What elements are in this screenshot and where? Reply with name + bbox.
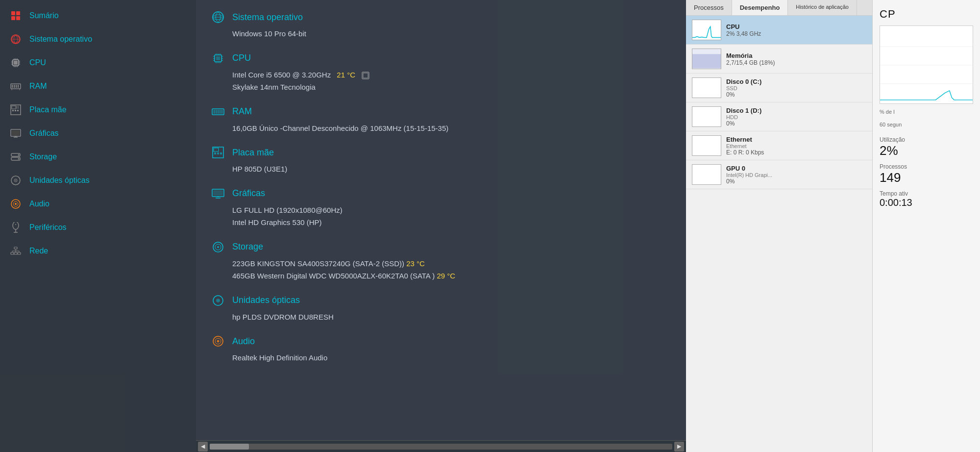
scrollbar-thumb[interactable] [210,444,249,450]
svg-rect-27 [12,106,16,109]
ram-detail-0: 16,0GB Único -Channel Desconhecido @ 106… [232,122,671,135]
ethernet-resource-name: Ethernet [726,136,866,143]
storage-temp-0: 23 °C [406,259,425,268]
svg-rect-103 [692,54,721,68]
svg-point-47 [13,222,19,229]
sidebar-item-perifericos[interactable]: Periféricos [0,216,196,239]
processos-label: Processos [880,163,973,170]
scroll-right-arrow[interactable]: ▶ [674,442,684,452]
section-title-sistema: Sistema operativo [232,12,303,23]
section-details-sistema: Windows 10 Pro 64-bit [232,27,671,40]
audio-detail-0: Realtek High Definition Audio [232,352,671,364]
sidebar-label-unidades: Unidades ópticas [29,176,90,185]
section-details-audio: Realtek High Definition Audio [232,352,671,364]
svg-rect-85 [214,148,219,151]
scrollbar-area: ◀ ▶ [196,440,686,452]
svg-rect-53 [14,252,17,254]
resource-item-gpu0[interactable]: GPU 0 Intel(R) HD Grapi... 0% [686,160,872,189]
sidebar-item-cpu[interactable]: CPU [0,51,196,75]
tab-historico[interactable]: Histórico de aplicação [788,0,857,15]
tab-processos[interactable]: Processos [686,0,732,15]
cpu-temp: 21 °C [337,71,355,79]
svg-rect-0 [11,11,15,15]
cpu-detail-processor: Intel Core i5 6500 @ 3.20GHz [232,71,331,79]
section-icon-placa-mae [211,145,225,160]
svg-point-46 [15,203,17,205]
svg-point-98 [218,300,219,301]
section-icon-graficas [211,186,225,201]
sidebar-item-placa-mae[interactable]: Placa mãe [0,98,196,122]
section-title-audio: Audio [232,336,255,347]
disco1-resource-name: Disco 1 (D:) [726,107,866,114]
storage-temp-1: 29 °C [437,272,455,280]
right-panel: Processos Desempenho Histórico de aplica… [686,0,872,452]
placa-mae-detail-0: HP 805D (U3E1) [232,163,671,176]
section-title-unidades: Unidades ópticas [232,295,300,305]
section-icon-cpu [211,51,225,66]
sidebar-label-cpu: CPU [29,58,46,67]
resource-item-cpu[interactable]: CPU 2% 3,48 GHz [686,16,872,45]
section-placa-mae: Placa mãe HP 805D (U3E1) [211,145,671,176]
section-icon-ram [211,104,225,119]
sidebar-label-storage: Storage [29,152,57,161]
tempo-ativo-value: 0:00:13 [880,197,973,208]
svg-rect-51 [14,247,17,249]
section-title-graficas: Gráficas [232,188,265,199]
resource-item-memoria[interactable]: Memória 2,7/15,4 GB (18%) [686,45,872,74]
svg-rect-34 [12,130,20,135]
placa-mae-icon [9,103,23,117]
section-ram: RAM 16,0GB Único -Channel Desconhecido @… [211,104,671,135]
sidebar-item-sumario[interactable]: Sumário [0,4,196,27]
section-details-cpu: Intel Core i5 6500 @ 3.20GHz 21 °C Skyla… [232,69,671,94]
sidebar-item-storage[interactable]: Storage [0,145,196,169]
section-graficas: Gráficas LG FULL HD (1920x1080@60Hz) Int… [211,186,671,229]
section-storage: Storage 223GB KINGSTON SA400S37240G (SAT… [211,240,671,282]
section-icon-sistema [211,10,225,25]
svg-rect-90 [213,190,223,196]
svg-rect-79 [214,110,215,114]
section-unidades: Unidades ópticas hp PLDS DVDROM DU8RESH [211,293,671,324]
svg-point-43 [15,180,16,181]
sistema-detail-0: Windows 10 Pro 64-bit [232,27,671,40]
cpu-temp-icon [361,71,370,79]
audio-icon [9,197,23,211]
sistema-icon [9,32,23,46]
graficas-detail-1: Intel HD Graphics 530 (HP) [232,216,671,229]
scroll-left-arrow[interactable]: ◀ [198,442,208,452]
cpu-resource-sub: 2% 3,48 GHz [726,30,866,37]
sidebar-item-rede[interactable]: Rede [0,239,196,263]
svg-rect-2 [11,16,15,20]
resource-item-disco1[interactable]: Disco 1 (D:) HDD 0% [686,102,872,131]
section-title-ram: RAM [232,106,252,117]
svg-rect-77 [363,73,368,78]
main-content: Sistema operativo Windows 10 Pro 64-bit … [196,0,686,440]
sidebar-label-sumario: Sumário [29,11,59,20]
section-icon-unidades [211,293,225,308]
svg-rect-87 [217,152,219,154]
scrollbar-track[interactable] [210,444,672,450]
resource-item-ethernet[interactable]: Ethernet Ethernet E: 0 R: 0 Kbps [686,131,872,160]
sidebar-item-unidades[interactable]: Unidades ópticas [0,169,196,192]
resource-list: CPU 2% 3,48 GHz Memória 2,7/15,4 GB (18%… [686,16,872,452]
sidebar-label-placa-mae: Placa mãe [29,105,67,114]
gpu0-resource-name: GPU 0 [726,165,866,172]
sidebar-item-graficas[interactable]: Gráficas [0,122,196,145]
sidebar-label-ram: RAM [29,82,47,91]
resource-item-disco0[interactable]: Disco 0 (C:) SSD 0% [686,74,872,102]
sidebar-item-sistema[interactable]: Sistema operativo [0,27,196,51]
unidades-icon [9,174,23,187]
sidebar-label-rede: Rede [29,247,48,255]
svg-point-101 [217,340,220,343]
svg-rect-83 [221,110,222,114]
tab-desempenho[interactable]: Desempenho [732,0,788,15]
ethernet-resource-sub2: Ethernet [726,143,866,149]
sidebar-item-ram[interactable]: RAM [0,75,196,98]
disco0-resource-name: Disco 0 (C:) [726,78,866,85]
sidebar-item-audio[interactable]: Audio [0,192,196,216]
svg-rect-81 [218,110,219,114]
cpu-detail-panel: CP % de l 60 segun Utilização 2% Process… [872,0,980,452]
svg-point-40 [18,158,20,160]
memoria-resource-sub: 2,7/15,4 GB (18%) [726,59,866,66]
svg-rect-29 [15,110,16,111]
cpu-icon [9,56,23,70]
